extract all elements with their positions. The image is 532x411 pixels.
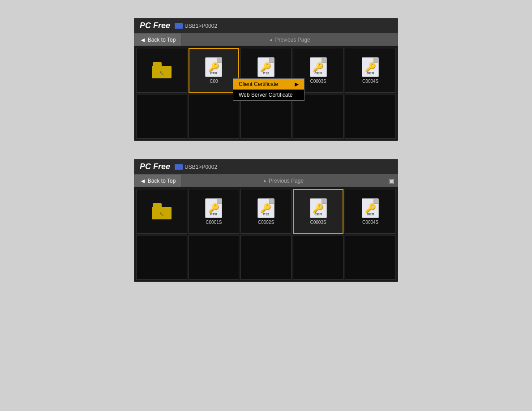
folder-icon: ↖ xyxy=(152,62,172,78)
file-cell-c0004s[interactable]: 🔑 DER C0004S xyxy=(345,48,396,93)
panel2-key-file-cer: 🔑 CER xyxy=(310,198,327,218)
panel-1-nav-bar: ◄ Back to Top ▲ Previous Page xyxy=(134,34,398,46)
panel2-file-cell-c0004s[interactable]: 🔑 DER C0004S xyxy=(345,189,396,234)
panel-1-prev-button[interactable]: ▲ Previous Page xyxy=(181,34,398,46)
panel-1-prev-label: Previous Page xyxy=(275,37,310,43)
panel2-empty-cell-3 xyxy=(240,235,292,280)
panel2-cell-label-c0003s: C0003S xyxy=(310,220,326,225)
panel-2-title: PC Free xyxy=(140,162,170,171)
empty-cell-4 xyxy=(293,94,344,139)
panel2-file-ext-pfx: PFX xyxy=(210,212,218,216)
panel-1-back-label: Back to Top xyxy=(148,37,176,43)
panel-2-back-label: Back to Top xyxy=(148,178,176,184)
file-ext-p12: P12 xyxy=(263,71,269,75)
cell-label-c0004s: C0004S xyxy=(362,79,378,84)
file-ext-cer: CER xyxy=(314,71,322,75)
cell-label-c0001s: C00 xyxy=(210,79,218,84)
panel2-key-file-p12: 🔑 P12 xyxy=(257,198,275,218)
panel-1: PC Free USB1>P0002 ◄ Back to Top ▲ Previ… xyxy=(134,18,398,141)
file-cell-c0001s[interactable]: 🔑 PFX C00 xyxy=(189,48,240,93)
usb-icon-2 xyxy=(175,164,183,170)
panel2-file-cell-c0002s[interactable]: 🔑 P12 C0002S xyxy=(240,189,292,234)
key-icon-cer: 🔑 xyxy=(313,63,324,72)
file-ext-der: DER xyxy=(367,71,374,75)
back-arrow-icon-2: ◄ xyxy=(140,177,146,184)
empty-cell-1 xyxy=(136,94,187,139)
panel-1-grid: ↖ 🔑 PFX C00 🔑 P12 C0002S xyxy=(134,46,398,141)
panel2-key-icon-cer: 🔑 xyxy=(313,204,324,213)
panel2-file-ext-der: DER xyxy=(367,212,374,216)
panel2-key-icon-der: 🔑 xyxy=(365,204,376,213)
panel-2-nav-bar: ◄ Back to Top ▲ Previous Page ▣ xyxy=(134,175,398,187)
panel2-empty-cell-2 xyxy=(189,235,240,280)
panel-1-usb-badge: USB1>P0002 xyxy=(175,23,217,29)
panel2-cell-label-c0004s: C0004S xyxy=(362,220,378,225)
prev-arrow-icon: ▲ xyxy=(269,37,274,42)
back-arrow-icon: ◄ xyxy=(140,36,146,43)
context-menu-client-cert-label: Client Certificate xyxy=(239,81,278,87)
panel2-file-ext-p12: P12 xyxy=(263,212,269,216)
panel2-key-file-body-cer: 🔑 CER xyxy=(310,198,327,218)
key-icon: 🔑 xyxy=(208,63,219,72)
panel2-empty-cell-1 xyxy=(136,235,187,280)
panel-2-grid: ↖ 🔑 PFX C0001S 🔑 P12 C0002S xyxy=(134,187,398,282)
panel-2-prev-label: Previous Page xyxy=(269,178,304,184)
panel-2: PC Free USB1>P0002 ◄ Back to Top ▲ Previ… xyxy=(134,159,398,282)
context-menu-client-cert[interactable]: Client Certificate ▶ xyxy=(233,79,304,90)
panel2-cell-label-c0001s: C0001S xyxy=(206,220,222,225)
panel-1-usb-label: USB1>P0002 xyxy=(184,23,217,29)
panel-2-usb-badge: USB1>P0002 xyxy=(175,164,217,170)
key-file-body-cer: 🔑 CER xyxy=(310,57,327,77)
context-menu: Client Certificate ▶ Web Server Certific… xyxy=(233,78,305,101)
panel2-key-icon-pfx: 🔑 xyxy=(208,204,219,213)
key-file-pfx: 🔑 PFX xyxy=(205,57,222,77)
context-menu-web-server-cert[interactable]: Web Server Certificate xyxy=(233,90,304,100)
panel-2-prev-button[interactable]: ▲ Previous Page xyxy=(181,175,385,187)
panel2-key-file-body-der: 🔑 DER xyxy=(362,198,379,218)
cell-label-c0003s: C0003S xyxy=(310,79,326,84)
panel2-empty-cell-4 xyxy=(293,235,344,280)
empty-cell-3 xyxy=(240,94,292,139)
panel2-file-cell-c0003s[interactable]: 🔑 CER C0003S xyxy=(293,189,344,234)
panel-2-back-button[interactable]: ◄ Back to Top xyxy=(134,175,181,187)
panel2-key-file-body-p12: 🔑 P12 xyxy=(257,198,275,218)
context-menu-web-server-cert-label: Web Server Certificate xyxy=(239,92,293,98)
panel2-key-icon-p12: 🔑 xyxy=(260,204,271,213)
panel2-cell-label-c0002s: C0002S xyxy=(258,220,274,225)
panel-2-right-icon: ▣ xyxy=(385,177,398,184)
panel-2-header: PC Free USB1>P0002 xyxy=(134,159,398,175)
key-file-body: 🔑 PFX xyxy=(205,57,222,77)
panel-2-usb-label: USB1>P0002 xyxy=(184,164,217,170)
panel2-file-ext-cer: CER xyxy=(314,212,322,216)
empty-cell-5 xyxy=(345,94,396,139)
panel2-key-file-der: 🔑 DER xyxy=(362,198,379,218)
panel2-empty-cell-5 xyxy=(345,235,396,280)
key-file-body-der: 🔑 DER xyxy=(362,57,379,77)
file-ext-pfx: PFX xyxy=(210,71,218,75)
key-icon-der: 🔑 xyxy=(365,63,376,72)
key-file-body-p12: 🔑 P12 xyxy=(257,57,275,77)
key-file-cer: 🔑 CER xyxy=(310,57,327,77)
context-menu-arrow-icon: ▶ xyxy=(295,81,299,87)
folder-arrow-icon: ↖ xyxy=(159,69,164,77)
panel2-key-file-body-pfx: 🔑 PFX xyxy=(205,198,222,218)
key-icon-p12: 🔑 xyxy=(260,63,271,72)
empty-cell-2 xyxy=(189,94,240,139)
panel2-folder-arrow-icon: ↖ xyxy=(159,210,164,218)
panel2-key-file-pfx: 🔑 PFX xyxy=(205,198,222,218)
usb-icon xyxy=(175,23,183,29)
panel2-folder-cell[interactable]: ↖ xyxy=(136,189,187,234)
panel-1-title: PC Free xyxy=(140,21,170,30)
key-file-p12: 🔑 P12 xyxy=(257,57,275,77)
prev-arrow-icon-2: ▲ xyxy=(262,178,267,183)
panel-1-header: PC Free USB1>P0002 xyxy=(134,18,398,34)
panel-1-back-button[interactable]: ◄ Back to Top xyxy=(134,34,181,46)
panel2-file-cell-c0001s[interactable]: 🔑 PFX C0001S xyxy=(189,189,240,234)
panel2-folder-icon: ↖ xyxy=(152,203,172,219)
key-file-der: 🔑 DER xyxy=(362,57,379,77)
folder-cell[interactable]: ↖ xyxy=(136,48,187,93)
